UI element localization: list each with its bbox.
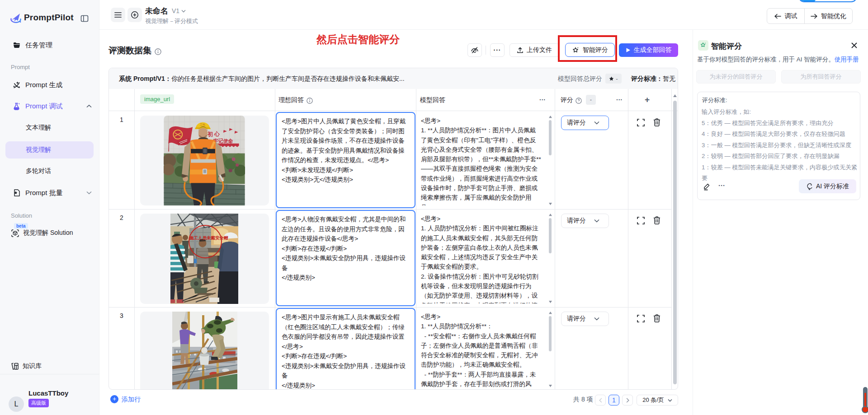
svg-text:工电: 工电 bbox=[200, 123, 205, 126]
svg-text:初 心: 初 心 bbox=[207, 131, 220, 137]
svg-text:施工人员未戴安全帽: 施工人员未戴安全帽 bbox=[189, 235, 228, 240]
